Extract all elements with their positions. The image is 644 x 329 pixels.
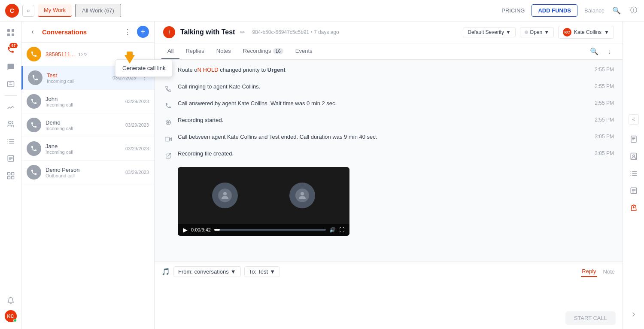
- help-icon[interactable]: ⓘ: [629, 6, 639, 16]
- svg-rect-9: [7, 177, 10, 179]
- conv-avatar: [28, 70, 43, 85]
- event-time: 2:55 PM: [595, 100, 614, 106]
- to-selector-button[interactable]: To: Test ▼: [244, 266, 280, 277]
- conversation-item[interactable]: John Incoming call 03/29/2023: [21, 90, 154, 113]
- play-button[interactable]: ▶: [183, 226, 188, 233]
- event-row: Recording started. 2:55 PM: [163, 117, 614, 128]
- tabs-bar-actions: 🔍 ↓: [588, 46, 616, 58]
- edit-title-icon[interactable]: ✏: [240, 29, 245, 36]
- conversation-item[interactable]: Demo Person Outbound call 03/29/2023: [21, 161, 154, 184]
- main-layout: 67 KC: [0, 21, 644, 329]
- rail-bell-icon[interactable]: [3, 293, 18, 308]
- rail-list-icon[interactable]: [3, 134, 18, 149]
- right-contact-icon[interactable]: [626, 149, 641, 164]
- svg-rect-7: [7, 173, 10, 175]
- conv-date: 03/29/2023: [125, 170, 149, 175]
- severity-button[interactable]: Default Severity ▼: [463, 27, 516, 37]
- right-collapse-button[interactable]: «: [629, 114, 639, 125]
- right-expand-icon[interactable]: [626, 307, 641, 322]
- my-work-tab[interactable]: My Work: [38, 4, 72, 17]
- conversation-tabs-bar: All Replies Notes Recordings 16 Events 🔍…: [155, 43, 623, 60]
- svg-rect-13: [165, 137, 170, 141]
- svg-rect-1: [12, 29, 14, 32]
- conv-sub: Incoming call: [46, 102, 121, 107]
- tab-notes[interactable]: Notes: [210, 43, 237, 59]
- start-call-button[interactable]: START CALL: [565, 311, 616, 325]
- rail-chat-icon[interactable]: [3, 59, 18, 75]
- agent-button[interactable]: KC Kate Collins ▼: [558, 26, 614, 39]
- top-bar: C » My Work All Work (67) PRICING ADD FU…: [0, 0, 644, 21]
- conv-date: 03/29/2023: [125, 146, 149, 151]
- tab-replies[interactable]: Replies: [179, 43, 210, 59]
- rail-bottom: KC: [3, 293, 18, 326]
- download-events-button[interactable]: ↓: [604, 46, 616, 58]
- right-document-icon[interactable]: [626, 131, 641, 147]
- right-shopify-icon[interactable]: [626, 200, 641, 216]
- volume-button[interactable]: 🔊: [329, 227, 336, 233]
- event-time: 3:05 PM: [595, 134, 614, 140]
- more-options-button[interactable]: ⋮: [122, 26, 134, 38]
- event-row: Call answered by agent Kate Collins. Wai…: [163, 100, 614, 111]
- from-selector-button[interactable]: From: conversations ▼: [173, 266, 241, 277]
- svg-rect-0: [7, 29, 10, 32]
- search-icon[interactable]: 🔍: [611, 6, 622, 16]
- right-summary-icon[interactable]: [626, 183, 641, 198]
- rail-phone-icon[interactable]: 67: [3, 42, 18, 58]
- tab-events[interactable]: Events: [289, 43, 319, 59]
- conv-avatar: [27, 165, 41, 180]
- event-time: 2:55 PM: [595, 117, 614, 123]
- conv-info: Demo Person Outbound call: [46, 167, 121, 178]
- search-events-button[interactable]: 🔍: [588, 46, 600, 58]
- conv-info: John Incoming call: [46, 96, 121, 107]
- conversation-item[interactable]: Demo Incoming call 03/29/2023: [21, 113, 154, 137]
- video-progress-fill: [214, 229, 220, 231]
- right-list-icon[interactable]: [626, 166, 641, 181]
- rail-chart-icon[interactable]: [3, 99, 18, 115]
- video-progress-bar[interactable]: [214, 229, 326, 231]
- conversation-header: ! Talking with Test ✏ 984-b50c-66947c5c5…: [155, 21, 623, 43]
- tab-all[interactable]: All: [161, 43, 179, 59]
- conversation-item[interactable]: Jane Incoming call 03/29/2023: [21, 137, 154, 161]
- rail-log-icon[interactable]: [3, 151, 18, 166]
- svg-point-12: [167, 121, 169, 123]
- fullscreen-button[interactable]: ⛶: [339, 227, 344, 233]
- agent-name: Kate Collins: [574, 29, 601, 35]
- recording-file-icon: [163, 151, 173, 161]
- generate-call-link-item[interactable]: Generate call link: [115, 61, 172, 75]
- event-time: 2:55 PM: [595, 67, 614, 73]
- video-avatar-right: [289, 183, 315, 208]
- conv-name: Demo: [46, 119, 121, 126]
- collapse-conversations-button[interactable]: ‹: [27, 26, 39, 38]
- tab-recordings[interactable]: Recordings 16: [237, 43, 289, 59]
- reply-tab[interactable]: Reply: [581, 266, 597, 277]
- svg-point-15: [301, 192, 304, 195]
- add-funds-button[interactable]: ADD FUNDS: [532, 4, 577, 17]
- reply-input[interactable]: [161, 280, 616, 306]
- reply-note-tabs: Reply Note: [581, 266, 616, 277]
- conv-sub: Incoming call: [46, 126, 121, 131]
- all-work-tab[interactable]: All Work (67): [75, 4, 121, 17]
- rail-dashboard-icon[interactable]: [3, 25, 18, 40]
- rail-grid2-icon[interactable]: [3, 168, 18, 183]
- rail-contacts-icon[interactable]: [3, 116, 18, 132]
- svg-rect-8: [11, 173, 14, 175]
- status-button[interactable]: Open ▼: [520, 27, 554, 37]
- user-avatar[interactable]: KC: [5, 310, 17, 322]
- recording-start-icon: [163, 117, 173, 128]
- conversations-title: Conversations: [42, 28, 118, 36]
- pricing-link[interactable]: PRICING: [501, 7, 525, 14]
- conv-avatar: [27, 94, 41, 109]
- event-text: Call answered by agent Kate Collins. Wai…: [178, 100, 587, 107]
- conv-info: Demo Incoming call: [46, 119, 121, 131]
- add-conversation-button[interactable]: +: [137, 26, 149, 38]
- conv-sub: Incoming call: [46, 149, 121, 155]
- expand-nav-button[interactable]: »: [22, 5, 34, 17]
- conv-sub: Incoming call: [47, 79, 108, 84]
- event-text: Recording started.: [178, 117, 587, 123]
- ring-icon: [163, 84, 173, 94]
- conv-name: Jane: [46, 143, 121, 149]
- rail-ticket-icon[interactable]: [3, 76, 18, 92]
- note-tab[interactable]: Note: [602, 267, 616, 277]
- svg-point-18: [632, 155, 635, 157]
- main-content: ! Talking with Test ✏ 984-b50c-66947c5c5…: [155, 21, 623, 329]
